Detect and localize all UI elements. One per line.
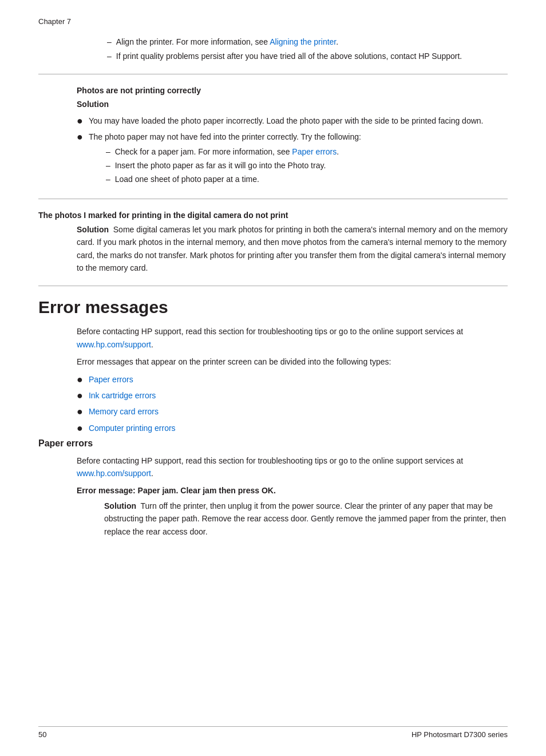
error-bullet-ink: ● Ink cartridge errors xyxy=(77,389,508,402)
photos-bullet-1: ● You may have loaded the photo paper in… xyxy=(77,114,508,128)
divider-1 xyxy=(38,74,508,74)
photos-bullet-list: ● You may have loaded the photo paper in… xyxy=(77,114,508,187)
memory-card-errors-link[interactable]: Memory card errors xyxy=(89,405,159,418)
digital-camera-section: The photos I marked for printing in the … xyxy=(38,211,508,275)
error-bullet-computer: ● Computer printing errors xyxy=(77,422,508,435)
divider-2 xyxy=(38,199,508,199)
solution-label: Solution xyxy=(77,225,109,234)
chapter-label: Chapter 7 xyxy=(38,17,508,26)
nested-dash-3-text: Load one sheet of photo paper at a time. xyxy=(115,173,259,185)
aligning-printer-link[interactable]: Aligning the printer xyxy=(270,37,336,46)
dash-1: – xyxy=(107,36,112,48)
page: Chapter 7 – Align the printer. For more … xyxy=(0,0,546,756)
bullet-dot-1: ● xyxy=(77,114,83,128)
nested-dash-3: – Load one sheet of photo paper at a tim… xyxy=(106,173,361,185)
nested-dash-symbol-2: – xyxy=(106,160,110,172)
photos-bullet-2-content: The photo paper may not have fed into th… xyxy=(89,130,361,187)
digital-camera-heading: The photos I marked for printing in the … xyxy=(38,211,508,220)
nested-dash-symbol-3: – xyxy=(106,173,110,185)
hp-support-link-1[interactable]: www.hp.com/support xyxy=(77,340,151,349)
paper-errors-intro: Before contacting HP support, read this … xyxy=(77,454,508,480)
nested-dash-2-text: Insert the photo paper as far as it will… xyxy=(115,160,326,172)
nested-dash-symbol-1: – xyxy=(106,146,110,158)
digital-camera-solution: Solution Some digital cameras let you ma… xyxy=(77,223,508,275)
page-number: 50 xyxy=(38,730,46,739)
photos-not-printing-section: Photos are not printing correctly Soluti… xyxy=(38,86,508,187)
nested-dash-2: – Insert the photo paper as far as it wi… xyxy=(106,160,361,172)
error-messages-bullet-list: ● Paper errors ● Ink cartridge errors ● … xyxy=(77,373,508,436)
dash-item-1: – Align the printer. For more informatio… xyxy=(107,36,508,48)
nested-dash-1-text: Check for a paper jam. For more informat… xyxy=(115,146,339,158)
bullet-dot-2: ● xyxy=(77,130,83,187)
divider-3 xyxy=(38,286,508,286)
product-name: HP Photosmart D7300 series xyxy=(412,730,508,739)
dash-item-1-text: Align the printer. For more information,… xyxy=(116,36,338,48)
ink-cartridge-errors-link[interactable]: Ink cartridge errors xyxy=(89,389,156,402)
top-dash-section: – Align the printer. For more informatio… xyxy=(107,36,508,62)
solution-heading: Solution xyxy=(77,100,508,109)
dash-item-2-text: If print quality problems persist after … xyxy=(116,50,462,62)
paper-jam-solution-text: Turn off the printer, then unplug it fro… xyxy=(104,501,506,536)
paper-errors-section: Paper errors Before contacting HP suppor… xyxy=(38,438,508,538)
error-bullet-paper: ● Paper errors xyxy=(77,373,508,386)
error-bullet-memory: ● Memory card errors xyxy=(77,405,508,418)
solution-block: Solution xyxy=(77,100,508,109)
error-messages-intro2: Error messages that appear on the printe… xyxy=(77,355,508,368)
error-messages-intro1: Before contacting HP support, read this … xyxy=(77,325,508,351)
photos-bullet-2: ● The photo paper may not have fed into … xyxy=(77,130,508,187)
paper-errors-link-2[interactable]: Paper errors xyxy=(89,373,133,386)
footer: 50 HP Photosmart D7300 series xyxy=(38,726,508,739)
nested-dashes: – Check for a paper jam. For more inform… xyxy=(106,146,361,185)
photos-bullet-2-text: The photo paper may not have fed into th… xyxy=(89,132,361,141)
error-bullet-dot-1: ● xyxy=(77,373,83,386)
error-msg-paper-jam-heading: Error message: Paper jam. Clear jam then… xyxy=(77,486,508,495)
error-bullet-dot-2: ● xyxy=(77,389,83,402)
photos-bullet-1-text: You may have loaded the photo paper inco… xyxy=(89,114,484,128)
digital-camera-solution-text: Some digital cameras let you mark photos… xyxy=(77,225,508,272)
paper-errors-link-1[interactable]: Paper errors xyxy=(292,147,337,156)
photos-heading: Photos are not printing correctly xyxy=(77,86,508,95)
paper-jam-solution-label: Solution xyxy=(104,501,136,510)
error-bullet-dot-3: ● xyxy=(77,405,83,418)
paper-jam-solution: Solution Turn off the printer, then unpl… xyxy=(104,500,508,538)
hp-support-link-2[interactable]: www.hp.com/support xyxy=(77,469,151,478)
dash-item-2: – If print quality problems persist afte… xyxy=(107,50,508,62)
error-messages-heading: Error messages xyxy=(38,298,508,317)
nested-dash-1: – Check for a paper jam. For more inform… xyxy=(106,146,361,158)
error-bullet-dot-4: ● xyxy=(77,422,83,435)
dash-2: – xyxy=(107,50,112,62)
paper-errors-heading: Paper errors xyxy=(38,438,508,449)
computer-printing-errors-link[interactable]: Computer printing errors xyxy=(89,422,176,435)
